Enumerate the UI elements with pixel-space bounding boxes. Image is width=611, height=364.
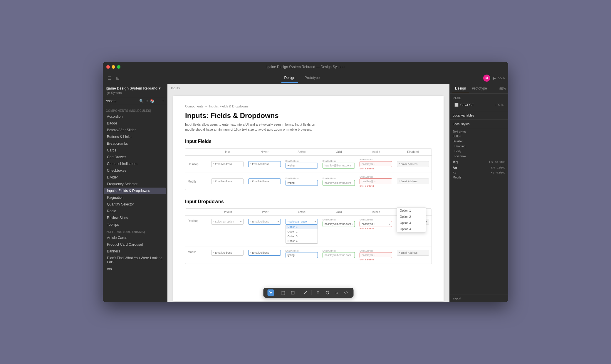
floating-option-4[interactable]: Option 4 bbox=[397, 226, 426, 232]
select-desktop-active[interactable]: * Select an option ▾ bbox=[286, 219, 318, 225]
input-mobile-hover[interactable] bbox=[248, 178, 281, 184]
sidebar-item-radio[interactable]: Radio bbox=[104, 208, 166, 214]
close-button[interactable] bbox=[106, 65, 110, 69]
dd-cell-desktop-valid: Email Address hashley@ibernue.com ▾ bbox=[320, 216, 357, 230]
input-desktop-active[interactable] bbox=[286, 163, 318, 168]
minimize-button[interactable] bbox=[112, 65, 115, 69]
sidebar-item-cards[interactable]: Cards bbox=[104, 147, 166, 154]
input-dd-mobile-default[interactable] bbox=[211, 250, 244, 256]
rect-tool[interactable] bbox=[290, 289, 296, 296]
export-section[interactable]: Export bbox=[450, 294, 508, 302]
dd-error-desktop: Error is entered bbox=[360, 227, 392, 230]
select-desktop-default[interactable]: * Select an option ▾ bbox=[211, 219, 244, 225]
sidebar-item-product-carousel[interactable]: Product Card Carousel bbox=[104, 241, 166, 248]
frame-tool[interactable] bbox=[280, 289, 287, 296]
play-icon[interactable]: ▶ bbox=[493, 76, 496, 80]
col-header-active: Active bbox=[283, 149, 320, 155]
input-desktop-valid[interactable] bbox=[323, 163, 355, 168]
sidebar-item-ers[interactable]: ers bbox=[104, 266, 166, 272]
dd-row-desktop: Desktop * Select an option ▾ * Email Add… bbox=[185, 216, 432, 247]
plus-icon[interactable]: + bbox=[162, 99, 164, 103]
input-group-desktop-active: Email Address bbox=[286, 160, 318, 168]
input-mobile-valid[interactable] bbox=[323, 180, 355, 186]
dropdown-option-4[interactable]: Option 4 bbox=[286, 239, 318, 243]
tab-prototype[interactable]: Prototype bbox=[302, 73, 323, 83]
sidebar-item-frequency[interactable]: Frequency Selector bbox=[104, 181, 166, 187]
fields-table: Idle Hover Active Valid Invalid Disabled… bbox=[185, 148, 432, 190]
sidebar-item-divider[interactable]: Divider bbox=[104, 174, 166, 181]
maximize-button[interactable] bbox=[117, 65, 120, 69]
sidebar-item-pagination[interactable]: Pagination bbox=[104, 194, 166, 201]
page-zoom-percent: 100 % bbox=[495, 103, 503, 107]
text-tool[interactable]: T bbox=[315, 289, 321, 296]
input-desktop-invalid[interactable] bbox=[360, 161, 392, 167]
style-eyebrow[interactable]: Eyebrow bbox=[450, 154, 508, 159]
breadcrumb-components[interactable]: Components bbox=[185, 105, 203, 108]
input-desktop-idle[interactable] bbox=[211, 161, 244, 167]
cursor-tool[interactable] bbox=[268, 289, 274, 296]
input-desktop-hover[interactable] bbox=[248, 161, 281, 167]
error-text-desktop: Error is entered bbox=[360, 168, 392, 170]
local-variables-section[interactable]: Local variables bbox=[450, 111, 508, 120]
input-mobile-invalid[interactable] bbox=[360, 178, 392, 184]
style-heading[interactable]: Heading bbox=[450, 144, 508, 149]
sidebar-item-quantity[interactable]: Quantity Selector bbox=[104, 201, 166, 208]
select-desktop-invalid[interactable]: hashley@i+ ▾ bbox=[360, 221, 392, 227]
dropdown-option-3[interactable]: Option 3 bbox=[286, 234, 318, 239]
sidebar-item-banners[interactable]: Banners bbox=[104, 248, 166, 255]
component-tool[interactable]: ⊞ bbox=[334, 289, 340, 296]
toolbar-center: Design Prototype bbox=[124, 73, 480, 83]
style-body[interactable]: Body bbox=[450, 149, 508, 154]
app-window: igaine Design System Rebrand — Design Sy… bbox=[103, 62, 508, 302]
input-mobile-idle[interactable] bbox=[211, 178, 244, 184]
dropdown-option-2[interactable]: Option 2 bbox=[286, 229, 318, 234]
svg-point-6 bbox=[306, 292, 306, 293]
input-dd-mobile-active[interactable] bbox=[286, 252, 318, 258]
right-tab-prototype[interactable]: Prototype bbox=[469, 84, 490, 93]
sidebar-item-checkboxes[interactable]: Checkboxes bbox=[104, 167, 166, 174]
page-color-name: CECECE bbox=[460, 103, 474, 107]
library-icon[interactable]: 📚 bbox=[150, 99, 155, 103]
sidebar-item-cart-drawer[interactable]: Cart Drawer bbox=[104, 154, 166, 160]
input-dd-mobile-valid[interactable] bbox=[323, 252, 355, 258]
menu-icon[interactable]: ☰ bbox=[106, 75, 113, 82]
dd-cell-desktop-default: * Select an option ▾ bbox=[209, 216, 246, 227]
sidebar-toggle-icon[interactable]: ⊞ bbox=[115, 75, 121, 82]
floating-option-3[interactable]: Option 3 bbox=[397, 220, 426, 226]
ellipse-tool[interactable] bbox=[324, 289, 331, 296]
tab-design[interactable]: Design bbox=[281, 73, 298, 83]
pen-tool[interactable] bbox=[302, 289, 309, 296]
style-button[interactable]: Button bbox=[450, 134, 508, 139]
window-controls bbox=[106, 65, 120, 69]
search-icon[interactable]: 🔍 bbox=[139, 99, 144, 103]
dd-row-mobile: Mobile Email Address Email Address bbox=[185, 247, 432, 264]
sidebar-item-badge[interactable]: Badge bbox=[104, 120, 166, 127]
sidebar-item-review[interactable]: Review Stars bbox=[104, 215, 166, 221]
add-icon[interactable]: ⊕ bbox=[145, 99, 148, 103]
input-mobile-active[interactable] bbox=[286, 180, 318, 186]
dropdown-option-1[interactable]: Option 1 bbox=[286, 225, 318, 229]
breadcrumb-arrow: → bbox=[204, 105, 208, 108]
sidebar-item-inputs[interactable]: Inputs: Fields & Dropdowns bbox=[104, 188, 166, 194]
sidebar-item-accordion[interactable]: Accordion bbox=[104, 113, 166, 120]
sidebar-item-tooltips[interactable]: Tooltips bbox=[104, 221, 166, 228]
sidebar-item-article-cards[interactable]: Article Cards bbox=[104, 235, 166, 241]
cell-desktop-hover bbox=[246, 158, 283, 170]
cell-desktop-valid: Email Address bbox=[320, 157, 357, 171]
input-dd-mobile-hover[interactable] bbox=[248, 250, 281, 256]
floating-option-2[interactable]: Option 2 bbox=[397, 214, 426, 220]
code-tool[interactable]: </> bbox=[343, 289, 350, 296]
sidebar-item-before-after[interactable]: Before/After Slider bbox=[104, 127, 166, 133]
select-desktop-hover[interactable]: * Email Address ▾ bbox=[248, 219, 281, 225]
sidebar-item-buttons[interactable]: Buttons & Links bbox=[104, 134, 166, 140]
select-desktop-valid[interactable]: hashley@ibernue.com ▾ bbox=[323, 221, 355, 227]
style-mobile[interactable]: Mobile bbox=[450, 175, 508, 180]
sidebar-item-carousel-indicators[interactable]: Carousel Indicators bbox=[104, 161, 166, 167]
floating-option-1[interactable]: Option 1 bbox=[397, 208, 426, 214]
input-dd-mobile-invalid[interactable] bbox=[360, 252, 392, 258]
page-item[interactable]: CECECE 100 % bbox=[453, 102, 505, 108]
sidebar-item-breadcrumbs[interactable]: Breadcrumbs bbox=[104, 140, 166, 147]
right-tab-design[interactable]: Design bbox=[452, 84, 469, 93]
style-desktop[interactable]: Desktop bbox=[450, 139, 508, 144]
sidebar-item-didnt-find[interactable]: Didn't Find What You Were Looking For? bbox=[104, 255, 166, 265]
